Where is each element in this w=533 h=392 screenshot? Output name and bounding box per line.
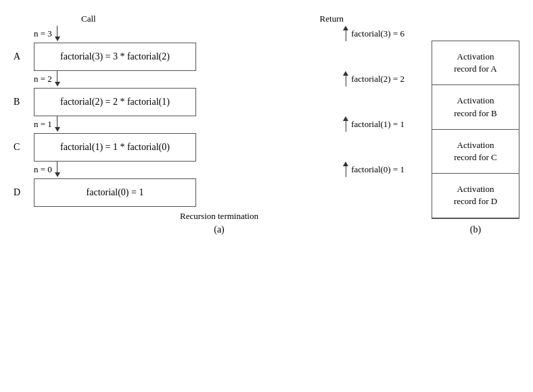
cell-D-text: Activationrecord for D xyxy=(454,184,497,206)
main-container: Call Return n = 3 factorial(3) = 6 xyxy=(0,7,533,242)
top-arrows: n = 3 factorial(3) = 6 xyxy=(14,26,404,43)
func-C-text: factorial(1) = 1 * factorial(0) xyxy=(60,142,170,152)
func-A-text: factorial(3) = 3 * factorial(2) xyxy=(60,51,170,62)
label-A: A xyxy=(14,51,20,62)
n1-call: n = 1 xyxy=(34,116,74,132)
stack-cell-D: Activationrecord for D xyxy=(432,174,519,217)
stack-cell-B: Activationrecord for B xyxy=(432,85,519,129)
row-B: B factorial(2) = 2 * factorial(1) xyxy=(14,88,404,116)
label-C: C xyxy=(14,142,20,153)
between-AB: n = 2 factorial(2) = 2 xyxy=(14,71,404,88)
fact2-return: factorial(2) = 2 xyxy=(323,71,404,87)
cell-C-text: Activationrecord for C xyxy=(454,140,497,162)
fact0-arrow-up xyxy=(343,162,348,177)
between-BC: n = 1 factorial(1) = 1 xyxy=(14,116,404,133)
n3-call: n = 3 xyxy=(34,26,74,41)
fact0-label: factorial(0) = 1 xyxy=(351,164,404,175)
box-B: factorial(2) = 2 * factorial(1) xyxy=(34,88,196,116)
row-D: D factorial(0) = 1 xyxy=(14,178,404,207)
call-return-header: Call Return xyxy=(14,14,404,24)
call-label: Call xyxy=(81,14,96,24)
fact2-arrow-up xyxy=(343,71,348,87)
cell-A-text: Activationrecord for A xyxy=(454,51,497,74)
n0-label: n = 0 xyxy=(34,164,52,175)
recursion-text: Recursion termination xyxy=(180,211,258,222)
diagram-b-label: (b) xyxy=(470,224,481,235)
return-label: Return xyxy=(320,14,344,24)
fact1-return: factorial(1) = 1 xyxy=(323,116,404,132)
n2-call: n = 2 xyxy=(34,71,74,87)
fact0-return: factorial(0) = 1 xyxy=(323,162,404,177)
n2-label: n = 2 xyxy=(34,74,52,84)
n0-call: n = 0 xyxy=(34,162,74,177)
fact2-label: factorial(2) = 2 xyxy=(351,74,404,84)
n3-label: n = 3 xyxy=(34,28,52,39)
label-B: B xyxy=(14,97,20,107)
diagram-a-label: (a) xyxy=(214,224,225,235)
fact1-arrow-up xyxy=(343,116,348,132)
fact3-arrow-up xyxy=(343,26,348,41)
stack-bottom-line xyxy=(432,218,519,219)
n0-arrow-down xyxy=(55,162,60,177)
n1-label: n = 1 xyxy=(34,119,52,130)
box-D: factorial(0) = 1 xyxy=(34,178,196,207)
diagram-a: Call Return n = 3 factorial(3) = 6 xyxy=(14,14,404,235)
diagram-b: Activationrecord for A Activationrecord … xyxy=(432,14,519,235)
label-D: D xyxy=(14,187,20,198)
func-D-text: factorial(0) = 1 xyxy=(87,187,144,197)
box-A: factorial(3) = 3 * factorial(2) xyxy=(34,43,196,71)
stack-container: Activationrecord for A Activationrecord … xyxy=(432,41,519,218)
box-C: factorial(1) = 1 * factorial(0) xyxy=(34,133,196,162)
n1-arrow-down xyxy=(55,116,60,132)
fact3-return: factorial(3) = 6 xyxy=(323,26,404,41)
func-B-text: factorial(2) = 2 * factorial(1) xyxy=(60,97,170,107)
between-CD: n = 0 factorial(0) = 1 xyxy=(14,162,404,178)
n2-arrow-down xyxy=(55,71,60,87)
fact3-label: factorial(3) = 6 xyxy=(351,28,404,39)
fact1-label: factorial(1) = 1 xyxy=(351,119,404,130)
n3-arrow-down xyxy=(55,26,60,41)
stack-cell-A: Activationrecord for A xyxy=(432,41,519,85)
bottom-labels: Recursion termination (a) xyxy=(14,211,404,235)
row-A: A factorial(3) = 3 * factorial(2) xyxy=(14,43,404,71)
stack-cell-C: Activationrecord for C xyxy=(432,130,519,174)
row-C: C factorial(1) = 1 * factorial(0) xyxy=(14,133,404,162)
cell-B-text: Activationrecord for B xyxy=(454,95,497,118)
